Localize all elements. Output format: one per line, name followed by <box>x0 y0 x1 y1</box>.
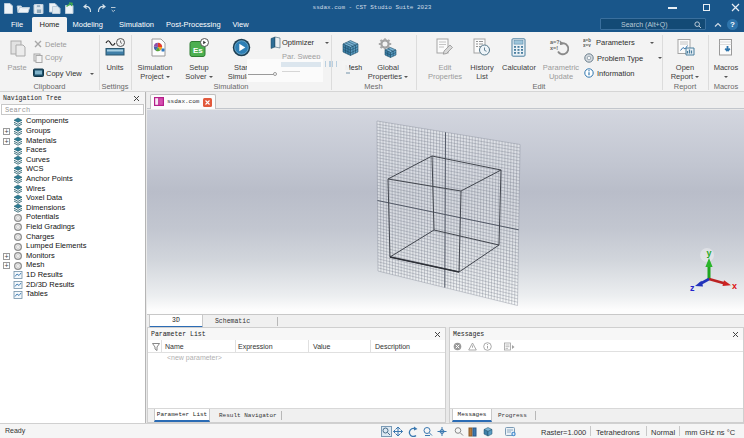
svg-text:x: x <box>732 281 737 291</box>
svg-text:z: z <box>690 283 695 293</box>
svg-text:Es: Es <box>193 45 203 54</box>
svg-text:y: y <box>707 248 712 258</box>
svg-text:x=y: x=y <box>583 43 591 48</box>
svg-text:x=!: x=! <box>550 45 558 51</box>
